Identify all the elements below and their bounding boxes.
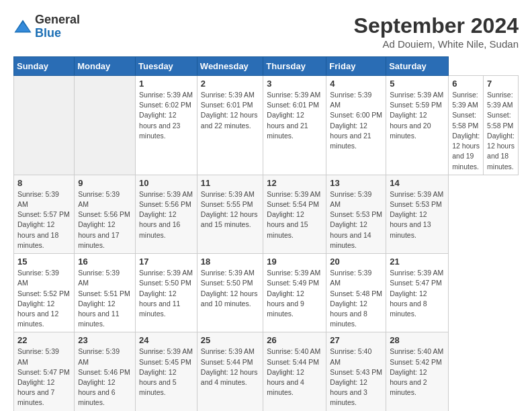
day-number: 19 <box>267 257 322 267</box>
calendar-week-row: 15 Sunrise: 5:39 AMSunset: 5:52 PMDaylig… <box>14 254 519 332</box>
logo-general-text: General <box>35 13 80 27</box>
day-number: 11 <box>201 178 260 188</box>
table-row: 3 Sunrise: 5:39 AMSunset: 6:01 PMDayligh… <box>263 76 326 175</box>
day-number: 20 <box>330 257 382 267</box>
day-info: Sunrise: 5:39 AMSunset: 5:53 PMDaylight:… <box>330 189 382 250</box>
table-row: 7 Sunrise: 5:39 AMSunset: 5:58 PMDayligh… <box>484 76 519 175</box>
day-info: Sunrise: 5:39 AMSunset: 6:02 PMDaylight:… <box>139 90 193 141</box>
day-number: 16 <box>78 257 132 267</box>
day-number: 9 <box>78 178 132 188</box>
day-info: Sunrise: 5:39 AMSunset: 6:01 PMDaylight:… <box>201 90 260 131</box>
table-row: 1 Sunrise: 5:39 AMSunset: 6:02 PMDayligh… <box>136 76 197 175</box>
day-number: 27 <box>330 335 382 345</box>
weekday-header-row: Sunday Monday Tuesday Wednesday Thursday… <box>14 57 519 76</box>
page-header: General Blue September 2024 Ad Douiem, W… <box>13 13 519 50</box>
day-number: 12 <box>267 178 322 188</box>
table-row <box>75 76 136 175</box>
day-number: 23 <box>78 335 132 345</box>
table-row: 17 Sunrise: 5:39 AMSunset: 5:50 PMDaylig… <box>136 254 197 332</box>
calendar-week-row: 1 Sunrise: 5:39 AMSunset: 6:02 PMDayligh… <box>14 76 519 175</box>
day-info: Sunrise: 5:39 AMSunset: 5:54 PMDaylight:… <box>267 189 322 240</box>
day-number: 8 <box>17 178 71 188</box>
day-number: 13 <box>330 178 382 188</box>
table-row: 20 Sunrise: 5:39 AMSunset: 5:48 PMDaylig… <box>326 254 386 332</box>
table-row: 5 Sunrise: 5:39 AMSunset: 5:59 PMDayligh… <box>386 76 449 175</box>
table-row: 25 Sunrise: 5:39 AMSunset: 5:44 PMDaylig… <box>197 332 263 411</box>
day-info: Sunrise: 5:39 AMSunset: 5:56 PMDaylight:… <box>78 189 132 250</box>
day-number: 17 <box>139 257 193 267</box>
day-info: Sunrise: 5:39 AMSunset: 5:57 PMDaylight:… <box>17 189 71 250</box>
table-row <box>14 76 75 175</box>
table-row: 22 Sunrise: 5:39 AMSunset: 5:47 PMDaylig… <box>14 332 75 411</box>
day-info: Sunrise: 5:39 AMSunset: 5:53 PMDaylight:… <box>390 189 445 240</box>
header-wednesday: Wednesday <box>197 57 263 76</box>
day-number: 18 <box>201 257 260 267</box>
day-info: Sunrise: 5:39 AMSunset: 5:58 PMDaylight:… <box>487 90 515 172</box>
table-row: 23 Sunrise: 5:39 AMSunset: 5:46 PMDaylig… <box>75 332 136 411</box>
table-row: 9 Sunrise: 5:39 AMSunset: 5:56 PMDayligh… <box>75 175 136 253</box>
day-info: Sunrise: 5:39 AMSunset: 5:49 PMDaylight:… <box>267 268 322 319</box>
day-info: Sunrise: 5:39 AMSunset: 5:46 PMDaylight:… <box>78 347 132 408</box>
logo-icon <box>13 17 32 36</box>
table-row: 4 Sunrise: 5:39 AMSunset: 6:00 PMDayligh… <box>326 76 386 175</box>
day-info: Sunrise: 5:39 AMSunset: 6:00 PMDaylight:… <box>330 90 382 151</box>
logo: General Blue <box>13 13 80 40</box>
day-info: Sunrise: 5:39 AMSunset: 5:44 PMDaylight:… <box>201 347 260 387</box>
day-info: Sunrise: 5:39 AMSunset: 5:50 PMDaylight:… <box>201 268 260 309</box>
day-info: Sunrise: 5:39 AMSunset: 5:56 PMDaylight:… <box>139 189 193 240</box>
day-info: Sunrise: 5:39 AMSunset: 5:47 PMDaylight:… <box>390 268 445 319</box>
table-row: 27 Sunrise: 5:40 AMSunset: 5:43 PMDaylig… <box>326 332 386 411</box>
day-number: 14 <box>390 178 445 188</box>
day-info: Sunrise: 5:40 AMSunset: 5:43 PMDaylight:… <box>330 347 382 408</box>
calendar-body: 1 Sunrise: 5:39 AMSunset: 6:02 PMDayligh… <box>14 76 519 412</box>
day-info: Sunrise: 5:39 AMSunset: 5:47 PMDaylight:… <box>17 347 71 408</box>
table-row: 14 Sunrise: 5:39 AMSunset: 5:53 PMDaylig… <box>386 175 449 253</box>
header-tuesday: Tuesday <box>136 57 197 76</box>
day-number: 22 <box>17 335 71 345</box>
day-info: Sunrise: 5:39 AMSunset: 5:59 PMDaylight:… <box>390 90 445 141</box>
table-row: 16 Sunrise: 5:39 AMSunset: 5:51 PMDaylig… <box>75 254 136 332</box>
day-info: Sunrise: 5:39 AMSunset: 5:55 PMDaylight:… <box>201 189 260 230</box>
day-info: Sunrise: 5:39 AMSunset: 5:58 PMDaylight:… <box>452 90 480 172</box>
logo-blue-text: Blue <box>35 27 80 40</box>
calendar-week-row: 8 Sunrise: 5:39 AMSunset: 5:57 PMDayligh… <box>14 175 519 253</box>
day-info: Sunrise: 5:39 AMSunset: 6:01 PMDaylight:… <box>267 90 322 141</box>
day-info: Sunrise: 5:39 AMSunset: 5:51 PMDaylight:… <box>78 268 132 329</box>
day-number: 28 <box>390 335 445 345</box>
day-number: 15 <box>17 257 71 267</box>
header-saturday: Saturday <box>386 57 449 76</box>
day-number: 6 <box>452 79 480 89</box>
day-number: 10 <box>139 178 193 188</box>
logo-text: General Blue <box>35 13 80 40</box>
day-number: 3 <box>267 79 322 89</box>
day-number: 4 <box>330 79 382 89</box>
day-number: 24 <box>139 335 193 345</box>
table-row: 11 Sunrise: 5:39 AMSunset: 5:55 PMDaylig… <box>197 175 263 253</box>
day-number: 5 <box>390 79 445 89</box>
day-number: 25 <box>201 335 260 345</box>
calendar-header: Sunday Monday Tuesday Wednesday Thursday… <box>14 57 519 76</box>
title-block: September 2024 Ad Douiem, White Nile, Su… <box>354 13 519 50</box>
day-info: Sunrise: 5:39 AMSunset: 5:45 PMDaylight:… <box>139 347 193 398</box>
table-row: 8 Sunrise: 5:39 AMSunset: 5:57 PMDayligh… <box>14 175 75 253</box>
header-friday: Friday <box>326 57 386 76</box>
table-row: 26 Sunrise: 5:40 AMSunset: 5:44 PMDaylig… <box>263 332 326 411</box>
table-row: 12 Sunrise: 5:39 AMSunset: 5:54 PMDaylig… <box>263 175 326 253</box>
day-number: 2 <box>201 79 260 89</box>
day-info: Sunrise: 5:39 AMSunset: 5:48 PMDaylight:… <box>330 268 382 329</box>
table-row: 19 Sunrise: 5:39 AMSunset: 5:49 PMDaylig… <box>263 254 326 332</box>
table-row: 6 Sunrise: 5:39 AMSunset: 5:58 PMDayligh… <box>449 76 484 175</box>
header-thursday: Thursday <box>263 57 326 76</box>
day-info: Sunrise: 5:39 AMSunset: 5:52 PMDaylight:… <box>17 268 71 329</box>
table-row: 24 Sunrise: 5:39 AMSunset: 5:45 PMDaylig… <box>136 332 197 411</box>
day-info: Sunrise: 5:40 AMSunset: 5:44 PMDaylight:… <box>267 347 322 398</box>
day-number: 21 <box>390 257 445 267</box>
location: Ad Douiem, White Nile, Sudan <box>354 38 519 50</box>
day-info: Sunrise: 5:39 AMSunset: 5:50 PMDaylight:… <box>139 268 193 319</box>
day-number: 7 <box>487 79 515 89</box>
day-number: 1 <box>139 79 193 89</box>
header-monday: Monday <box>75 57 136 76</box>
table-row: 13 Sunrise: 5:39 AMSunset: 5:53 PMDaylig… <box>326 175 386 253</box>
month-title: September 2024 <box>354 13 519 38</box>
table-row: 15 Sunrise: 5:39 AMSunset: 5:52 PMDaylig… <box>14 254 75 332</box>
